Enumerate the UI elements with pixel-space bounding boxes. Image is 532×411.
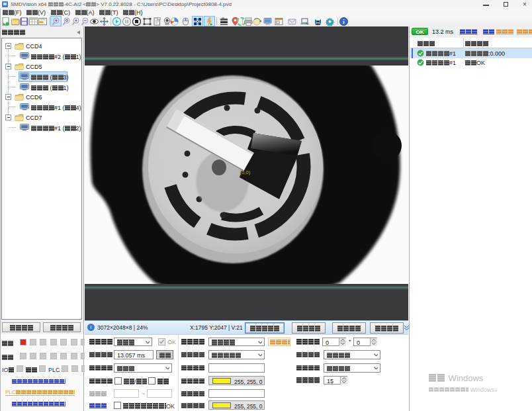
svg-text:(0,0): (0,0): [240, 169, 251, 175]
